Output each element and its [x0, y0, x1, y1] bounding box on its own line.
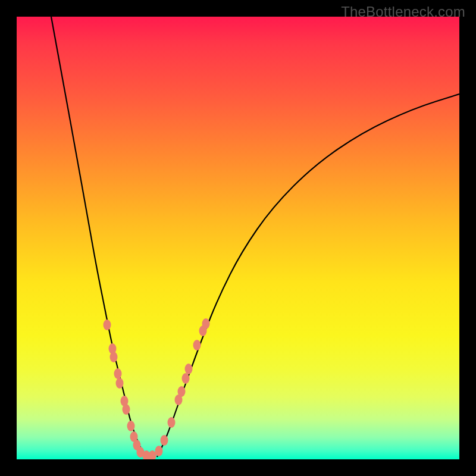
bead-marker	[123, 404, 130, 415]
bead-marker	[185, 364, 193, 374]
bead-marker	[110, 352, 118, 362]
curve-layer	[17, 17, 459, 459]
bead-marker	[127, 421, 135, 431]
bead-group	[104, 318, 210, 459]
bead-marker	[104, 320, 111, 330]
bead-marker	[182, 373, 190, 384]
watermark-text: TheBottleneck.com	[341, 4, 465, 20]
curve-left	[51, 17, 145, 457]
bead-marker	[114, 368, 122, 379]
bead-marker	[193, 340, 201, 350]
bead-marker	[116, 378, 124, 389]
bead-marker	[202, 318, 210, 329]
bead-marker	[161, 435, 168, 446]
chart-frame: TheBottleneck.com	[0, 0, 476, 476]
bead-marker	[178, 386, 186, 397]
bead-marker	[168, 417, 176, 428]
bead-marker	[149, 450, 156, 459]
plot-area	[17, 17, 459, 459]
bead-marker	[155, 446, 163, 456]
curve-right	[157, 94, 459, 457]
